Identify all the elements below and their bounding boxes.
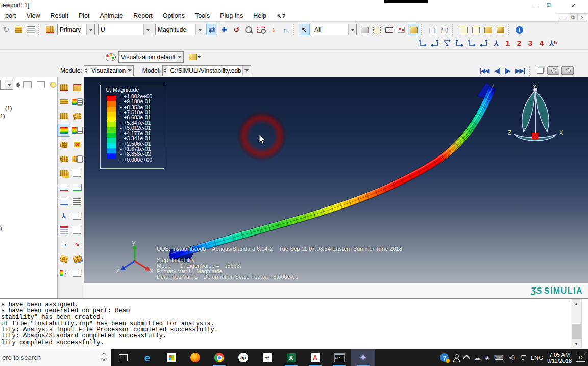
view-front-icon[interactable] — [416, 38, 429, 48]
view-cut-manager-icon[interactable] — [71, 167, 83, 179]
view-2-button[interactable]: 2 — [513, 39, 525, 47]
query-probe-icon[interactable] — [396, 24, 407, 35]
abaqus-button[interactable]: ✦ — [351, 349, 375, 366]
menu-plot[interactable]: Plot — [74, 12, 95, 19]
record-camera-icon[interactable] — [561, 65, 574, 76]
field-output-refinement-select[interactable]: Magnitude — [155, 24, 204, 35]
orientation-options-icon[interactable] — [71, 153, 83, 165]
curve-icon[interactable]: ∿ — [71, 239, 83, 250]
hp-button[interactable]: hp — [231, 349, 255, 366]
child-close-button[interactable]: × — [577, 13, 587, 21]
cycle-views-icon[interactable]: ↑↓ — [280, 24, 291, 35]
edge-button[interactable]: e — [135, 349, 159, 366]
pen-input-icon[interactable]: ⌨ — [494, 354, 504, 361]
activate-first-ladder-icon[interactable]: ▤ — [427, 24, 438, 35]
viewport-canvas[interactable]: U, Magnitude +1.002e+00 +9.188e-01 +8.35… — [84, 77, 588, 283]
copy-viewport-icon[interactable] — [534, 65, 546, 76]
free-body-manager-icon[interactable] — [71, 253, 83, 265]
pan-view-icon[interactable]: ✚ — [218, 24, 230, 35]
contour-options-icon[interactable] — [71, 124, 83, 136]
box-zoom-icon[interactable] — [255, 24, 266, 35]
xy-plot-icon[interactable] — [58, 196, 70, 207]
spinner-icon[interactable] — [163, 66, 168, 76]
minimize-button[interactable]: – — [527, 1, 541, 10]
menu-report[interactable]: Report — [128, 12, 158, 19]
acrobat-button[interactable]: A — [303, 349, 327, 366]
field-output-variable-select[interactable]: U — [98, 24, 152, 35]
scroll-up-icon[interactable]: ▲ — [571, 300, 581, 308]
viewport-create-icon[interactable] — [13, 24, 24, 35]
console-scrollbar[interactable]: ▲ ▼ — [571, 299, 582, 348]
message-console[interactable]: s have been assigned. s have been genera… — [0, 298, 588, 349]
scroll-down-icon[interactable]: ▼ — [571, 339, 581, 348]
child-restore-button[interactable]: ⧉ — [568, 13, 578, 21]
folder-icon[interactable] — [23, 81, 32, 88]
element-labels-icon[interactable] — [71, 82, 83, 93]
child-minimize-button[interactable]: – — [558, 13, 568, 21]
render-shaded-icon[interactable] — [495, 24, 506, 35]
view-compass[interactable]: Y Z X — [507, 85, 564, 145]
material-orientation-icon[interactable] — [58, 96, 70, 108]
menu-result[interactable]: Result — [45, 12, 73, 19]
next-frame-button[interactable]: |▶ — [505, 67, 510, 74]
xy-table-icon[interactable] — [58, 224, 70, 236]
context-help-icon[interactable]: ↖? — [272, 12, 291, 20]
view-back-icon[interactable] — [429, 38, 441, 48]
xy-data-manager-icon[interactable] — [71, 181, 83, 193]
plot-orientations-icon[interactable] — [58, 153, 70, 165]
custom-view-triad-icon[interactable]: ⅄↻ — [547, 38, 559, 48]
plot-undeformed-icon[interactable] — [58, 110, 70, 122]
menu-animate[interactable]: Animate — [94, 12, 128, 19]
tree-spin-icons[interactable] — [16, 80, 20, 90]
firefox-button[interactable] — [183, 349, 207, 366]
show-module-icon[interactable] — [359, 24, 370, 35]
edit-selection-icon[interactable] — [383, 24, 395, 35]
menu-viewport-partial[interactable]: port — [0, 12, 21, 19]
restore-button[interactable]: ⧉ — [543, 1, 556, 10]
viewport-manager-icon[interactable] — [25, 24, 36, 35]
excel-button[interactable]: X — [279, 349, 303, 366]
stream-icon[interactable]: ⋮ — [58, 267, 70, 279]
chrome-button[interactable] — [207, 349, 231, 366]
color-code-apply-icon[interactable] — [186, 51, 203, 63]
range-icon[interactable]: ↦ — [58, 239, 70, 250]
rotate-view-icon[interactable]: ↺ — [231, 24, 242, 35]
microphone-icon[interactable] — [102, 353, 106, 360]
table-manager-icon[interactable] — [71, 224, 83, 236]
filter-icon[interactable] — [37, 81, 45, 88]
render-wireframe-icon[interactable] — [458, 24, 469, 35]
menu-tools[interactable]: Tools — [190, 12, 215, 19]
activate-second-ladder-icon[interactable]: ▤ — [438, 24, 452, 35]
speaker-icon[interactable]: ◄)) — [507, 355, 514, 360]
last-frame-button[interactable]: ▶▶| — [515, 67, 525, 74]
render-hidden-icon[interactable] — [470, 24, 481, 35]
close-button[interactable]: × — [567, 1, 580, 10]
people-icon[interactable] — [453, 354, 460, 361]
field-output-position-select[interactable]: Primary — [57, 24, 95, 35]
menu-options[interactable]: Options — [158, 12, 190, 19]
taskbar-search-box[interactable]: ere to search — [0, 349, 111, 366]
help-tray-icon[interactable]: ? — [440, 353, 449, 362]
info-icon[interactable]: i — [513, 24, 525, 35]
selection-filter-select[interactable]: All — [312, 24, 357, 35]
module-select[interactable]: Visualization — [84, 65, 134, 76]
view-4-button[interactable]: 4 — [536, 39, 547, 47]
fit-view-icon[interactable] — [267, 24, 279, 35]
dropbox-icon[interactable]: ◈ — [485, 354, 489, 361]
clock[interactable]: 7:05 AM 9/11/2018 — [547, 352, 572, 364]
path-manager-icon[interactable] — [71, 210, 83, 222]
spinner-icon[interactable] — [84, 66, 89, 76]
stream-options-icon[interactable] — [71, 267, 83, 279]
wifi-icon[interactable] — [519, 355, 527, 361]
plot-symbols-icon[interactable] — [58, 139, 70, 150]
view-3-button[interactable]: 3 — [525, 39, 536, 47]
tree-item-fragment[interactable]: 1) — [0, 113, 5, 119]
iso-view-triad-icon[interactable]: ⅄ — [490, 38, 502, 48]
previous-frame-button[interactable]: ◀| — [494, 67, 500, 74]
model-select[interactable]: C:/SIMULIA/Instability.odb — [162, 65, 251, 76]
menu-plugins[interactable]: Plug-ins — [215, 12, 248, 19]
allow-multiple-plot-states-icon[interactable] — [58, 167, 70, 179]
symbol-options-icon[interactable]: ✕ — [71, 139, 83, 150]
view-top-icon[interactable] — [441, 38, 453, 48]
wireframe-select-icon[interactable] — [371, 24, 382, 35]
